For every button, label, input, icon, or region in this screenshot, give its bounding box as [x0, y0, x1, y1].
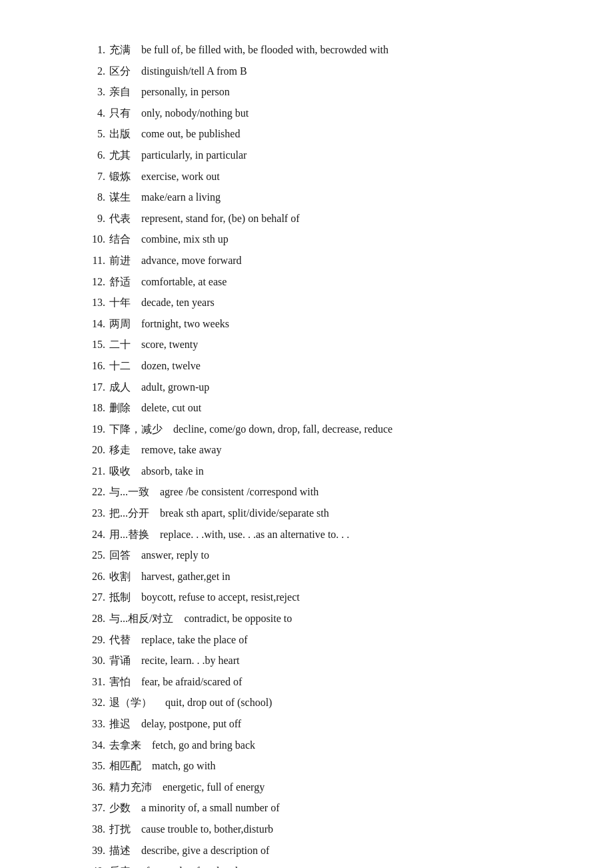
item-number: 17.	[80, 377, 105, 397]
item-content: 舒适 comfortable, at ease	[109, 272, 546, 292]
item-number: 40.	[80, 861, 105, 868]
item-content: 用...替换 replace. . .with, use. . .as an a…	[109, 525, 546, 545]
list-item: 31.害怕 fear, be afraid/scared of	[80, 672, 546, 692]
item-content: 十年 decade, ten years	[109, 293, 546, 313]
item-content: 把...分开 break sth apart, split/divide/sep…	[109, 503, 546, 523]
item-number: 32.	[80, 693, 105, 713]
item-number: 18.	[80, 398, 105, 418]
item-number: 28.	[80, 609, 105, 629]
item-content: 两周 fortnight, two weeks	[109, 314, 546, 334]
item-number: 22.	[80, 482, 105, 502]
item-content: 少数 a minority of, a small number of	[109, 798, 546, 818]
item-number: 16.	[80, 356, 105, 376]
list-item: 33.推迟 delay, postpone, put off	[80, 714, 546, 734]
list-item: 12.舒适 comfortable, at ease	[80, 272, 546, 292]
item-content: 结合 combine, mix sth up	[109, 229, 546, 249]
list-item: 6.尤其 particularly, in particular	[80, 145, 546, 165]
item-number: 21.	[80, 461, 105, 481]
list-item: 39.描述 describe, give a description of	[80, 841, 546, 861]
list-item: 2.区分 distinguish/tell A from B	[80, 61, 546, 81]
item-content: 抵制 boycott, refuse to accept, resist,rej…	[109, 587, 546, 607]
list-item: 19.下降，减少 decline, come/go down, drop, fa…	[80, 419, 546, 439]
list-item: 10.结合 combine, mix sth up	[80, 229, 546, 249]
item-number: 31.	[80, 672, 105, 692]
item-content: 与...相反/对立 contradict, be opposite to	[109, 609, 546, 629]
list-item: 25.回答 answer, reply to	[80, 545, 546, 565]
item-number: 33.	[80, 714, 105, 734]
item-number: 4.	[80, 103, 105, 123]
item-content: 相匹配 match, go with	[109, 756, 546, 776]
item-number: 36.	[80, 777, 105, 797]
list-item: 30.背诵 recite, learn. . .by heart	[80, 651, 546, 671]
item-content: 去拿来 fetch, go and bring back	[109, 735, 546, 755]
item-content: 背诵 recite, learn. . .by heart	[109, 651, 546, 671]
list-item: 37.少数 a minority of, a small number of	[80, 798, 546, 818]
item-number: 30.	[80, 651, 105, 671]
item-number: 8.	[80, 187, 105, 207]
item-content: 前进 advance, move forward	[109, 251, 546, 271]
item-content: 回答 answer, reply to	[109, 545, 546, 565]
item-content: 描述 describe, give a description of	[109, 841, 546, 861]
item-number: 35.	[80, 756, 105, 776]
item-content: 代替 replace, take the place of	[109, 630, 546, 650]
item-content: 出版 come out, be published	[109, 124, 546, 144]
list-item: 14.两周 fortnight, two weeks	[80, 314, 546, 334]
item-content: 区分 distinguish/tell A from B	[109, 61, 546, 81]
item-content: 害怕 fear, be afraid/scared of	[109, 672, 546, 692]
item-content: 成人 adult, grown-up	[109, 377, 546, 397]
list-item: 7.锻炼 exercise, work out	[80, 167, 546, 187]
list-item: 20.移走 remove, take away	[80, 440, 546, 460]
item-content: 精力充沛 energetic, full of energy	[109, 777, 546, 797]
list-item: 3.亲自 personally, in person	[80, 82, 546, 102]
item-content: 移走 remove, take away	[109, 440, 546, 460]
item-number: 24.	[80, 525, 105, 545]
item-number: 6.	[80, 145, 105, 165]
item-content: 删除 delete, cut out	[109, 398, 546, 418]
list-item: 15.二十 score, twenty	[80, 335, 546, 355]
item-content: 锻炼 exercise, work out	[109, 167, 546, 187]
list-item: 40.后来 afterwards, after that, later on	[80, 861, 546, 868]
item-number: 11.	[80, 251, 105, 271]
item-number: 7.	[80, 167, 105, 187]
list-item: 22.与...一致 agree /be consistent /correspo…	[80, 482, 546, 502]
item-number: 26.	[80, 567, 105, 587]
item-number: 38.	[80, 819, 105, 839]
item-content: 充满 be full of, be filled with, be floode…	[109, 40, 546, 60]
item-content: 尤其 particularly, in particular	[109, 145, 546, 165]
item-number: 13.	[80, 293, 105, 313]
item-content: 退（学） quit, drop out of (school)	[109, 693, 546, 713]
item-content: 后来 afterwards, after that, later on	[109, 861, 546, 868]
list-item: 21.吸收 absorb, take in	[80, 461, 546, 481]
list-item: 17.成人 adult, grown-up	[80, 377, 546, 397]
list-item: 18.删除 delete, cut out	[80, 398, 546, 418]
item-content: 与...一致 agree /be consistent /correspond …	[109, 482, 546, 502]
list-item: 16.十二 dozen, twelve	[80, 356, 546, 376]
list-item: 5.出版 come out, be published	[80, 124, 546, 144]
item-number: 39.	[80, 841, 105, 861]
list-item: 26.收割 harvest, gather,get in	[80, 567, 546, 587]
list-item: 38.打扰 cause trouble to, bother,disturb	[80, 819, 546, 839]
item-number: 2.	[80, 61, 105, 81]
item-number: 34.	[80, 735, 105, 755]
list-item: 24.用...替换 replace. . .with, use. . .as a…	[80, 525, 546, 545]
item-number: 25.	[80, 545, 105, 565]
item-number: 15.	[80, 335, 105, 355]
list-item: 36.精力充沛 energetic, full of energy	[80, 777, 546, 797]
item-content: 谋生 make/earn a living	[109, 187, 546, 207]
list-item: 11.前进 advance, move forward	[80, 251, 546, 271]
list-item: 28.与...相反/对立 contradict, be opposite to	[80, 609, 546, 629]
item-content: 只有 only, nobody/nothing but	[109, 103, 546, 123]
list-item: 34.去拿来 fetch, go and bring back	[80, 735, 546, 755]
list-item: 23.把...分开 break sth apart, split/divide/…	[80, 503, 546, 523]
item-content: 推迟 delay, postpone, put off	[109, 714, 546, 734]
list-item: 4.只有 only, nobody/nothing but	[80, 103, 546, 123]
item-number: 12.	[80, 272, 105, 292]
list-item: 9.代表 represent, stand for, (be) on behal…	[80, 209, 546, 229]
item-content: 打扰 cause trouble to, bother,disturb	[109, 819, 546, 839]
item-content: 十二 dozen, twelve	[109, 356, 546, 376]
item-content: 亲自 personally, in person	[109, 82, 546, 102]
list-item: 8.谋生 make/earn a living	[80, 187, 546, 207]
item-number: 29.	[80, 630, 105, 650]
vocabulary-list: 1.充满 be full of, be filled with, be floo…	[80, 40, 546, 868]
item-content: 吸收 absorb, take in	[109, 461, 546, 481]
